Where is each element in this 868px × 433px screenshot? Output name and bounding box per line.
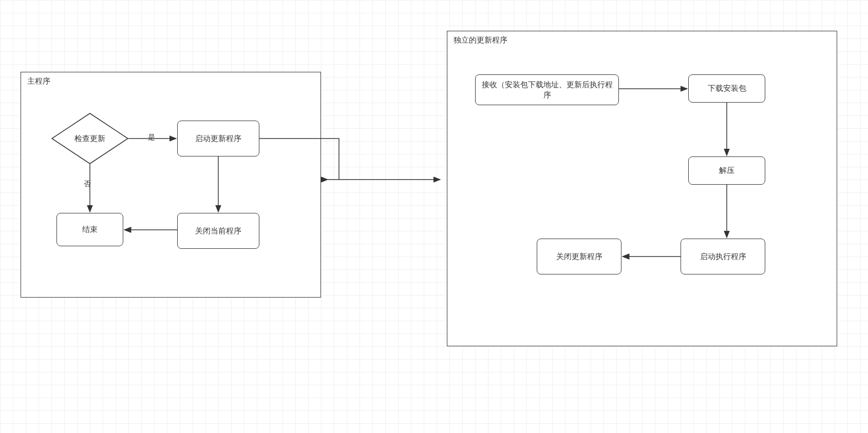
node-start-exec: 启动执行程序 [681,239,765,274]
node-start-updater: 启动更新程序 [177,121,259,156]
node-check-update: 检查更新 [51,113,128,164]
node-end: 结束 [56,213,123,246]
container-main-title: 主程序 [27,76,50,86]
edge-label-yes: 是 [146,133,157,142]
edge-label-no: 否 [82,180,92,189]
node-check-update-label: 检查更新 [74,134,105,144]
node-receive: 接收（安装包下载地址、更新后执行程序 [475,74,619,105]
container-main-program: 主程序 [21,72,321,298]
node-extract: 解压 [688,156,765,185]
container-updater-title: 独立的更新程序 [454,35,507,45]
node-close-updater: 关闭更新程序 [537,239,621,274]
diagram-canvas: 主程序 独立的更新程序 检查更新 启动更新程序 结束 关闭当前程序 接收（安装包… [0,0,868,433]
node-close-current: 关闭当前程序 [177,213,259,249]
node-download: 下载安装包 [688,74,765,103]
